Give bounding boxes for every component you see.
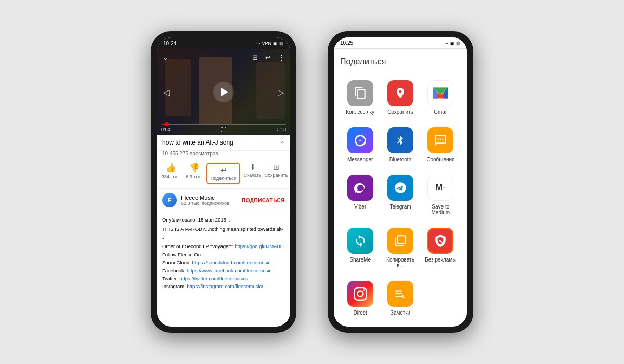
channel-info: F Fleece Music 62,3 тыс. подписчиков: [162, 193, 229, 207]
share-label: Поделиться: [211, 176, 237, 181]
channel-name: Fleece Music: [181, 194, 229, 201]
prev-button[interactable]: ◁: [163, 87, 170, 97]
expand-icon[interactable]: ⛶: [221, 127, 226, 133]
desc-date: Опубликовано: 18 мая 2015 г.: [162, 216, 285, 224]
share-grid: Коп. ссылку Сохранить: [340, 75, 461, 321]
share-item-adblocker[interactable]: Без рекламы: [421, 223, 461, 274]
desc-fb: Facebook: https://www.facebook.com/fleec…: [162, 267, 285, 275]
messenger-icon: [347, 127, 373, 153]
download-button[interactable]: ⬇ Скачать: [241, 163, 264, 184]
copy2-icon: [387, 228, 413, 254]
battery-icon-2: ▥: [456, 41, 461, 46]
desc-follow: Follow Fleece On:: [162, 251, 285, 258]
status-time-1: 10:24: [163, 41, 176, 46]
bluetooth-icon: [387, 127, 413, 153]
copy-link-label: Коп. ссылку: [346, 109, 374, 115]
next-button[interactable]: ▷: [278, 87, 284, 97]
play-button[interactable]: [213, 82, 234, 102]
share-item-gmail[interactable]: Gmail: [421, 75, 461, 120]
desc-sc: SoundCloud: https://soundcloud.com/fleec…: [162, 259, 285, 266]
share-item-notes[interactable]: Заметки: [380, 276, 420, 321]
like-icon: 👍: [166, 163, 176, 173]
dislike-button[interactable]: 👎 6,3 тыс.: [183, 163, 206, 184]
status-icons-2: ··· ▣ ▥: [444, 41, 461, 46]
video-title: how to write an Alt-J song: [162, 139, 280, 146]
notes-label: Заметки: [391, 310, 410, 316]
status-bar-phone2: 10:25 ··· ▣ ▥: [334, 37, 467, 49]
video-progress-area: 0:04 ⛶ 3:13: [157, 122, 290, 135]
desc-line1: THIS IS A PARODY...nothing mean spirited…: [162, 226, 285, 241]
signal-icon-2: ···: [444, 41, 448, 46]
dislike-count: 6,3 тыс.: [186, 174, 203, 179]
content-area: how to write an Alt-J song 10 455 275 пр…: [157, 135, 290, 327]
bluetooth-label: Bluetooth: [389, 157, 411, 162]
share-item-shareme[interactable]: ShareMe: [340, 223, 380, 274]
channel-subs: 62,3 тыс. подписчиков: [181, 201, 229, 206]
download-label: Скачать: [244, 173, 262, 178]
channel-row: F Fleece Music 62,3 тыс. подписчиков ПОД…: [157, 189, 290, 212]
video-minimize-icon[interactable]: ⌄: [162, 53, 168, 61]
desc-line2: Order our Second LP "Voyager": https://g…: [162, 243, 285, 250]
collapse-icon[interactable]: [280, 139, 285, 148]
save-label: Сохранить: [265, 173, 288, 178]
save-label-share: Сохранить: [387, 109, 413, 115]
share-item-sms[interactable]: Сообщения: [421, 122, 461, 167]
notes-icon: [387, 281, 413, 307]
total-time: 3:13: [277, 127, 286, 133]
share-button[interactable]: ↩ Поделиться: [206, 163, 241, 184]
shareme-icon: [347, 228, 373, 254]
viber-label: Viber: [354, 204, 366, 210]
status-icons-1: ··· VPN ▣ ▥: [256, 41, 284, 46]
shareme-label: ShareMe: [349, 257, 371, 263]
share-item-copy-link[interactable]: Коп. ссылку: [340, 75, 380, 120]
desc-ig: Instagram: https://instagram.com/fleecem…: [162, 283, 285, 290]
wifi-icon-1: ▣: [273, 41, 278, 46]
action-buttons: 👍 334 тыс. 👎 6,3 тыс. ↩ Поделиться ⬇ Ска…: [157, 159, 290, 189]
video-description: Опубликовано: 18 мая 2015 г. THIS IS A P…: [157, 212, 290, 294]
viber-icon: [347, 175, 373, 201]
adblocker-icon: [427, 228, 453, 254]
video-top-bar: ⌄ ⊞ ↩ ⋮: [157, 49, 290, 66]
video-add-icon[interactable]: ⊞: [252, 54, 258, 61]
medium-label: Save to Medium: [423, 204, 459, 215]
video-time-row: 0:04 ⛶ 3:13: [161, 127, 286, 133]
telegram-icon: [387, 175, 413, 201]
phone-2: 10:25 ··· ▣ ▥ Поделиться: [328, 31, 473, 333]
save-button[interactable]: ⊞ Сохранить: [265, 163, 288, 184]
medium-icon: M≡: [427, 175, 453, 201]
telegram-label: Telegram: [389, 204, 411, 210]
share-title: Поделиться: [340, 57, 461, 67]
video-title-bar: how to write an Alt-J song: [157, 135, 290, 151]
share-item-messenger[interactable]: Messenger: [340, 122, 380, 167]
share-item-medium[interactable]: M≡ Save to Medium: [421, 170, 461, 220]
share-item-direct[interactable]: Direct: [340, 276, 380, 321]
status-bar-phone1: 10:24 ··· VPN ▣ ▥: [157, 37, 290, 49]
desc-tw: Twitter: https://twitter.com/fleecemusic…: [162, 275, 285, 282]
like-button[interactable]: 👍 334 тыс.: [160, 163, 183, 184]
video-share-icon[interactable]: ↩: [265, 54, 271, 61]
gmail-icon: [427, 80, 453, 106]
copy-link-icon: [347, 80, 373, 106]
share-icon: ↩: [220, 166, 227, 174]
direct-icon: [347, 281, 373, 307]
phones-container: 10:24 ··· VPN ▣ ▥ ⌄ ⊞: [151, 31, 473, 333]
share-item-save[interactable]: Сохранить: [380, 75, 420, 120]
status-time-2: 10:25: [340, 40, 353, 46]
save-icon: ⊞: [273, 163, 279, 171]
share-item-bluetooth[interactable]: Bluetooth: [380, 122, 420, 167]
video-more-icon[interactable]: ⋮: [278, 54, 285, 61]
current-time: 0:04: [161, 127, 171, 133]
share-item-viber[interactable]: Viber: [340, 170, 380, 220]
adblocker-label: Без рекламы: [425, 257, 456, 263]
video-player[interactable]: ⌄ ⊞ ↩ ⋮ ◁ ▷: [157, 49, 290, 135]
copy2-label: Копировать в...: [382, 257, 418, 268]
like-count: 334 тыс.: [162, 174, 180, 179]
share-item-copy2[interactable]: Копировать в...: [380, 223, 420, 274]
share-sheet: Поделиться Коп. ссылку: [334, 49, 467, 327]
subscribe-button[interactable]: ПОДПИСАТЬСЯ: [242, 198, 285, 203]
share-item-telegram[interactable]: Telegram: [380, 170, 420, 220]
sms-label: Сообщения: [426, 157, 454, 162]
progress-bar[interactable]: [161, 124, 286, 125]
views-count: 10 455 275 просмотров: [157, 151, 290, 159]
channel-details: Fleece Music 62,3 тыс. подписчиков: [181, 194, 229, 206]
